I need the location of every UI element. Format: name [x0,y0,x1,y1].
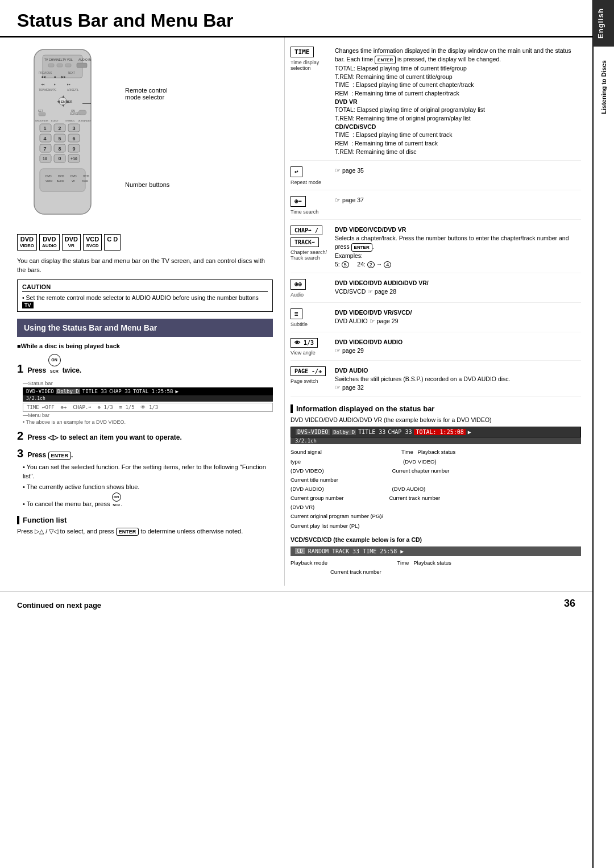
caution-text: • Set the remote control mode selector t… [22,294,268,308]
subtitle-icon-box: ≡ [291,308,302,319]
statusbar-illustration: —Status bar DVD-VIDEO Dolby D TITLE 33 C… [23,380,273,425]
caution-box: CAUTION • Set the remote control mode se… [17,279,273,312]
svg-text:▼: ▼ [61,103,65,107]
step-2-number: 2 [17,429,23,443]
func-icon-subtitle: ≡ Subtitle [291,308,330,327]
svg-text:▶▶: ▶▶ [67,83,71,86]
func-icon-chap: CHAP➡ / TRACK➡ Chapter search/Track sear… [291,226,330,268]
svg-text:10: 10 [43,157,47,161]
two-col-layout: TV CHANNEL TV VOL AUDIO IN AUDIO ◀◀ ■ ▶▶ [0,37,592,586]
left-column: TV CHANNEL TV VOL AUDIO IN AUDIO ◀◀ ■ ▶▶ [0,37,284,586]
badge-cd: C D [104,234,121,251]
remote-labels: Remote control mode selector Number butt… [125,47,169,228]
func-row-view-angle: 👁 1/3 View angle DVD VIDEO/DVD AUDIO ☞ p… [291,338,581,361]
svg-text:4: 4 [43,136,46,141]
chap-icon-box: CHAP➡ / [291,226,322,235]
step-2: 2 Press ◁▷ to select an item you want to… [17,429,273,443]
main-content: Status Bar and Menu Bar TV CHANNEL TV VO… [0,0,592,615]
badge-dvd-audio: DVD AUDIO [39,234,60,251]
repeat-icon-label: Repeat mode [291,180,321,185]
func-icon-repeat: ↩ Repeat mode [291,166,330,185]
badge-vcd-svcd: VCD SVCD [83,234,102,251]
step-1-number: 1 [17,362,23,375]
func-desc-time-search: ☞ page 37 [335,196,581,215]
number-buttons-text: Number buttons [125,181,169,188]
func-desc-view-angle: DVD VIDEO/DVD AUDIO ☞ page 29 [335,338,581,356]
func-desc-subtitle: DVD VIDEO/DVD VR/SVCD/ DVD AUDIO ☞ page … [335,308,581,327]
svg-text:ELECT: ELECT [51,119,59,122]
svg-text:AUDIO: AUDIO [57,180,64,182]
svg-text:◀◀: ◀◀ [41,75,45,78]
mode-selector-label: Remote control mode selector [125,87,169,101]
func-desc-audio: DVD VIDEO/DVD AUDIO/DVD VR/ VCD/SVCD ☞ p… [335,279,581,298]
svg-text:AUDIO IN: AUDIO IN [78,58,92,61]
svg-rect-31 [39,112,45,116]
func-desc-time: Changes time information displayed in th… [335,47,581,156]
svg-text:A.STANDBY: A.STANDBY [78,119,92,122]
listening-tab: Listening to Discs [597,52,611,122]
page-footer: Continued on next page 36 [0,591,592,615]
func-row-repeat: ↩ Repeat mode ☞ page 35 [291,166,581,190]
on-screen-button-icon: ONSCR [48,354,61,366]
view-angle-icon-box: 👁 1/3 [291,338,318,348]
enter-chap: ENTER [351,243,372,252]
desc-text: You can display the status bar and menu … [17,256,273,275]
english-tab: English [593,0,614,47]
side-tab: English Listening to Discs [592,0,614,868]
svg-text:▲: ▲ [61,94,65,98]
svg-text:TV CHANNEL: TV CHANNEL [44,58,63,61]
track-icon-box: TRACK➡ [291,237,319,247]
remote-area: TV CHANNEL TV VOL AUDIO IN AUDIO ◀◀ ■ ▶▶ [17,47,273,228]
function-list-desc: Press ▷△ / ▽◁ to select, and press ENTER… [17,528,273,536]
while-text: ■While a disc is being played back [17,343,273,349]
enter-small: ENTER [116,528,139,536]
badge-dvd-vr: DVD VR [62,234,81,251]
svg-text:PREVIOUS: PREVIOUS [39,72,52,74]
dvd-note: DVD VIDEO/DVD AUDIO/DVD VR (the example … [291,416,581,423]
step-3-number: 3 [17,447,23,460]
dvd-statusbar-demo: DVS-VIDEO Dolby D TITLE 33 CHAP 33 TOTAL… [291,427,581,444]
cd-annotations: Playback mode Time Playback status Curre… [291,558,581,577]
info-section-title: Information displayed on the status bar [291,404,581,413]
func-desc-repeat: ☞ page 35 [335,166,581,185]
func-row-time: TIME Time displayselection Changes time … [291,47,581,161]
badge-dvd-video: DVD VIDEO [17,234,37,251]
view-angle-icon-label: View angle [291,350,316,356]
svg-text:SYMBOL: SYMBOL [65,119,75,122]
svg-text:9: 9 [72,146,75,152]
step-3-desc: You can set the selected function. For t… [17,462,273,509]
page-switch-icon-label: Page switch [291,378,318,384]
svg-text:0: 0 [58,156,61,161]
caution-title: CAUTION [22,283,268,292]
svg-text:TV VOL: TV VOL [63,58,73,61]
func-row-time-search: ⊕➡ Time search ☞ page 37 [291,196,581,220]
func-icon-page-switch: PAGE -/+ Page switch [291,366,330,391]
func-icon-view-angle: 👁 1/3 View angle [291,338,330,356]
svg-rect-5 [48,64,54,67]
svg-text:■: ■ [54,75,56,78]
svg-text:VIDEO: VIDEO [45,180,52,182]
svg-rect-9 [77,63,87,68]
svg-text:1: 1 [43,126,46,131]
svg-text:TOP MENU/PG: TOP MENU/PG [39,89,57,91]
audio-icon-label: Audio [291,292,304,298]
svg-text:GROUP/DIR: GROUP/DIR [35,119,48,122]
page-number: 36 [564,598,575,610]
chap-icon-label: Chapter search/Track search [291,249,327,261]
func-icon-time-search: ⊕➡ Time search [291,196,330,215]
svg-rect-32 [78,110,86,115]
func-row-audio: ⊕⊕ Audio DVD VIDEO/DVD AUDIO/DVD VR/ VCD… [291,279,581,303]
statusbar-note: The above is an example for a DVD VIDEO. [26,419,126,425]
time-icon-label: Time displayselection [291,60,319,71]
page-title-bar: Status Bar and Menu Bar [0,0,592,37]
svg-text:5: 5 [58,136,61,141]
svg-text:8: 8 [58,146,61,152]
step-1: 1 Press ONSCR twice. [17,354,273,375]
number-buttons-label: Number buttons [125,181,169,188]
func-icon-audio: ⊕⊕ Audio [291,279,330,298]
mode-selector-text: Remote control mode selector [125,87,168,101]
remote-illustration: TV CHANNEL TV VOL AUDIO IN AUDIO ◀◀ ■ ▶▶ [17,47,119,228]
time-icon-box: TIME [291,47,314,57]
svg-text:DVD: DVD [70,174,77,178]
page-title: Status Bar and Menu Bar [17,10,575,31]
